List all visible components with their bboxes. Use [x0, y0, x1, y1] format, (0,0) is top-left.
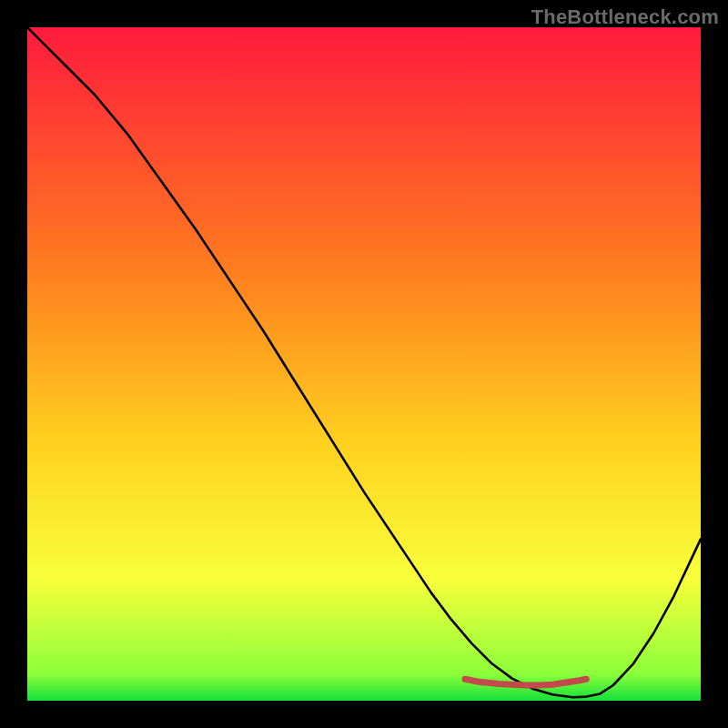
bottleneck-curve-chart — [0, 0, 728, 728]
chart-container: TheBottleneck.com — [0, 0, 728, 728]
plot-background — [27, 27, 701, 701]
